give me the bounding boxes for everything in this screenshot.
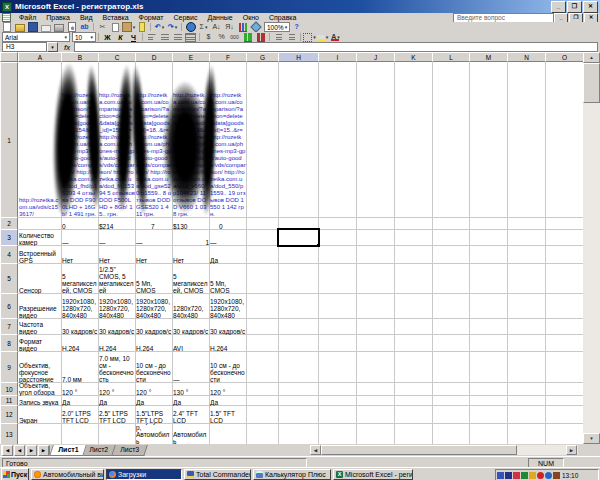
tray-icon-3[interactable] — [513, 472, 520, 479]
horizontal-scroll-thumb[interactable] — [321, 445, 517, 455]
cell-A9[interactable]: Объектив, фокусное расстояние — [18, 351, 62, 383]
row-header-10[interactable]: 10 — [0, 382, 18, 396]
cell-B8[interactable]: H.264 — [61, 334, 99, 352]
taskbar-button-3[interactable]: Total Commander 7.50a ... — [184, 469, 251, 480]
cell-O3[interactable] — [545, 229, 583, 246]
cell-O13[interactable] — [545, 423, 583, 444]
cell-H12[interactable] — [278, 405, 319, 424]
cell-G8[interactable] — [246, 334, 279, 352]
cell-D10[interactable]: 120 ° — [135, 382, 173, 396]
cell-G3[interactable] — [246, 229, 279, 246]
open-button[interactable] — [13, 22, 26, 32]
cell-K7[interactable] — [394, 318, 433, 335]
print-preview-button[interactable] — [65, 22, 78, 32]
cell-A13[interactable] — [18, 423, 62, 444]
cell-E10[interactable]: 130 ° — [172, 382, 210, 396]
cell-J5[interactable] — [356, 263, 395, 294]
cell-A7[interactable]: Частота видео — [18, 318, 62, 335]
cell-O4[interactable] — [545, 245, 583, 264]
cell-I7[interactable] — [318, 318, 357, 335]
cell-O6[interactable] — [545, 293, 583, 319]
cell-N12[interactable] — [507, 405, 546, 424]
cell-B10[interactable]: 120 ° — [61, 382, 99, 396]
cell-H9[interactable] — [278, 351, 319, 383]
cell-L3[interactable] — [432, 229, 470, 246]
select-all-corner[interactable] — [0, 52, 18, 62]
cell-M9[interactable] — [469, 351, 508, 383]
thousands-button[interactable]: 000 — [228, 32, 241, 42]
cell-N8[interactable] — [507, 334, 546, 352]
row-header-12[interactable]: 12 — [0, 405, 18, 424]
cell-A8[interactable]: Формат видео — [18, 334, 62, 352]
cell-B12[interactable]: 2.0" LTPS TFT LCD — [61, 405, 99, 424]
cell-H8[interactable] — [278, 334, 319, 352]
drawing-button[interactable] — [249, 22, 262, 32]
row-header-7[interactable]: 7 — [0, 318, 18, 335]
borders-button[interactable]: ▾ — [303, 32, 316, 42]
cell-L10[interactable] — [432, 382, 470, 396]
cell-M8[interactable] — [469, 334, 508, 352]
fill-color-button[interactable]: ▾ — [316, 32, 329, 42]
mail-button[interactable] — [39, 22, 52, 32]
cell-O10[interactable] — [545, 382, 583, 396]
cell-H6[interactable] — [278, 293, 319, 319]
cell-O12[interactable] — [545, 405, 583, 424]
cell-M4[interactable] — [469, 245, 508, 264]
menu-5[interactable]: Сервис — [168, 13, 202, 22]
column-header-J[interactable]: J — [356, 52, 395, 62]
cell-K3[interactable] — [394, 229, 433, 246]
column-header-L[interactable]: L — [432, 52, 470, 62]
row-header-1[interactable]: 1 — [0, 62, 18, 218]
next-sheet-icon[interactable]: ▶ — [26, 445, 37, 456]
cell-A4[interactable]: Встроенный GPS — [18, 245, 62, 264]
fill-handle[interactable] — [317, 244, 320, 247]
tray-icon-2[interactable] — [505, 472, 512, 479]
cell-I10[interactable] — [318, 382, 357, 396]
taskbar-button-5[interactable]: XMicrosoft Excel - реги... — [333, 469, 413, 480]
cell-C10[interactable]: 120 ° — [98, 382, 136, 396]
cell-F5[interactable]: 5 Мп, CMOS — [209, 263, 247, 294]
title-bar[interactable]: X Microsoft Excel - регистратор.xls _ ❐ … — [0, 0, 600, 13]
cell-M13[interactable] — [469, 423, 508, 444]
increase-indent-button[interactable] — [285, 32, 298, 42]
autosum-button[interactable]: Σ▾ — [197, 22, 210, 32]
tray-icon-8[interactable] — [553, 472, 560, 479]
taskbar-button-1[interactable]: Автомобильный видео... — [31, 469, 104, 480]
cell-A12[interactable]: Экран — [18, 405, 62, 424]
sort-descending-button[interactable]: Я↓ — [223, 22, 236, 32]
cell-H10[interactable] — [278, 382, 319, 396]
cell-J10[interactable] — [356, 382, 395, 396]
cell-G9[interactable] — [246, 351, 279, 383]
cell-B7[interactable]: 30 кадров/с — [61, 318, 99, 335]
cell-I9[interactable] — [318, 351, 357, 383]
last-sheet-icon[interactable]: ▶ — [38, 445, 50, 456]
cell-M6[interactable] — [469, 293, 508, 319]
cell-L1[interactable] — [432, 62, 470, 218]
cell-D7[interactable]: 30 кадров/с — [135, 318, 173, 335]
cell-J7[interactable] — [356, 318, 395, 335]
cell-K1[interactable] — [394, 62, 433, 218]
cell-C4[interactable]: Нет — [98, 245, 136, 264]
close-button[interactable]: ✕ — [583, 1, 598, 13]
first-sheet-icon[interactable]: ◀ — [1, 445, 13, 456]
cell-L7[interactable] — [432, 318, 470, 335]
cell-M3[interactable] — [469, 229, 508, 246]
menu-0[interactable]: Файл — [14, 13, 41, 22]
cell-B5[interactable]: 5 мегапикселей, CMOS — [61, 263, 99, 294]
cell-J6[interactable] — [356, 293, 395, 319]
cell-N13[interactable] — [507, 423, 546, 444]
cell-N5[interactable] — [507, 263, 546, 294]
cell-G4[interactable] — [246, 245, 279, 264]
column-header-M[interactable]: M — [469, 52, 508, 62]
cell-G13[interactable] — [246, 423, 279, 444]
cell-J8[interactable] — [356, 334, 395, 352]
italic-button[interactable]: К — [114, 32, 127, 42]
start-button[interactable]: Пуск — [1, 468, 29, 480]
sheet-tab-3[interactable]: Лист3 — [111, 445, 148, 456]
cell-O8[interactable] — [545, 334, 583, 352]
column-header-I[interactable]: I — [318, 52, 357, 62]
currency-button[interactable]: $ — [202, 32, 215, 42]
cell-J3[interactable] — [356, 229, 395, 246]
cell-F7[interactable]: 30 кадров/с — [209, 318, 247, 335]
tray-icon-7[interactable] — [545, 472, 552, 479]
